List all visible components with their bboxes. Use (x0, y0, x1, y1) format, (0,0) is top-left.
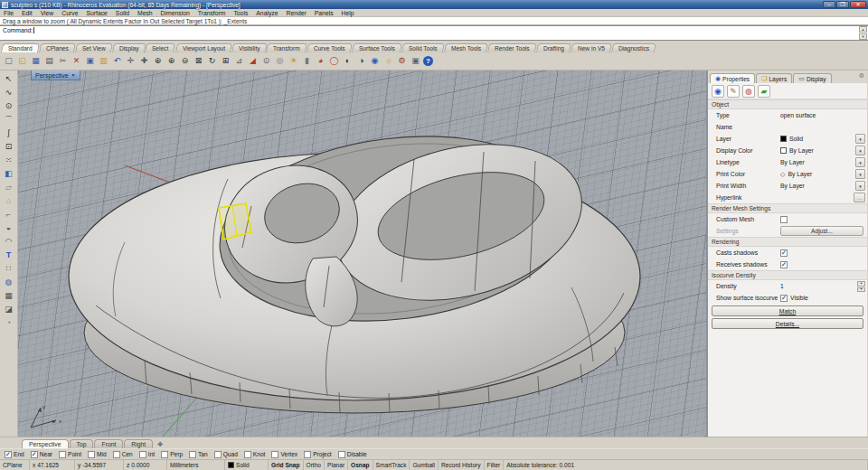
osnap-knot[interactable]: Knot (244, 451, 266, 458)
osnap-end-checkbox[interactable] (5, 451, 12, 458)
row-custom-mesh[interactable]: Custom Mesh (708, 213, 867, 225)
osnap-int[interactable]: Int (139, 451, 155, 458)
solid-box-icon[interactable]: ◧ (2, 168, 15, 180)
paste-icon[interactable]: ▥ (98, 54, 109, 68)
viewport-tab-front[interactable]: Front (94, 439, 123, 448)
osnap-quad[interactable]: Quad (214, 451, 238, 458)
status-toggle-gumball[interactable]: Gumball (410, 460, 439, 470)
osnap-project[interactable]: Project (304, 451, 332, 458)
point-tool-icon[interactable]: ⊡ (2, 141, 15, 153)
circle-deform-icon[interactable]: ◔ (2, 317, 15, 329)
object-snap-icon[interactable]: ⊙ (260, 54, 272, 68)
joint-tool-icon[interactable]: ⌐ (2, 209, 15, 221)
osnap-knot-checkbox[interactable] (244, 451, 251, 458)
toolbar-tab-visibility[interactable]: Visibility (231, 43, 268, 52)
viewport-title-tab[interactable]: Perspective ▼ (31, 70, 80, 80)
copy-icon[interactable]: ▣ (84, 54, 96, 68)
toolbar-tab-display[interactable]: Display (112, 43, 146, 52)
circle-tool-icon[interactable]: ⊙ (2, 100, 15, 112)
viewport-tab-top[interactable]: Top (70, 439, 94, 448)
details-button[interactable]: Details... (712, 318, 863, 329)
light-icon[interactable]: ☀ (288, 54, 299, 68)
linetype-dropdown-button[interactable] (855, 157, 865, 167)
cplane-icon[interactable]: ⊿ (233, 54, 245, 68)
toolbar-tab-standard[interactable]: Standard (1, 43, 40, 52)
casts-shadows-checkbox[interactable] (780, 249, 788, 257)
menu-tools[interactable]: Tools (233, 10, 248, 16)
row-linetype[interactable]: Linetype By Layer (708, 156, 867, 168)
osnap-quad-checkbox[interactable] (214, 451, 222, 458)
status-toggle-grid-snap[interactable]: Grid Snap (269, 460, 304, 470)
osnap-end[interactable]: End (5, 451, 24, 458)
text-tool-icon[interactable]: T (2, 249, 15, 261)
osnap-near-checkbox[interactable] (31, 451, 38, 458)
zoom-selected-icon[interactable]: ⊖ (179, 54, 191, 68)
row-density[interactable]: Density 1 ▲▼ (708, 280, 867, 292)
new-viewport-tab-icon[interactable]: ✥ (154, 441, 166, 448)
show-isocurve-checkbox[interactable] (780, 295, 788, 302)
row-name[interactable]: Name (708, 121, 867, 133)
shaded-display-icon[interactable]: ◕ (315, 54, 326, 68)
osnap-int-checkbox[interactable] (139, 451, 146, 458)
row-print-color[interactable]: Print Color ◇By Layer (708, 168, 867, 180)
render-icon[interactable]: ◯ (328, 54, 340, 68)
viewport-menu-arrow-icon[interactable]: ▼ (71, 72, 76, 78)
osnap-point[interactable]: Point (59, 451, 81, 458)
menu-surface[interactable]: Surface (86, 10, 107, 16)
render-settings-icon[interactable]: ◉ (369, 54, 381, 68)
zoom-dynamic-icon[interactable]: ⊕ (152, 54, 164, 68)
tab-properties[interactable]: ◉ Properties (710, 73, 755, 83)
toolbar-tab-render-tools[interactable]: Render Tools (487, 43, 537, 52)
lock-icon[interactable]: ▮ (301, 54, 313, 68)
row-hyperlink[interactable]: Hyperlink (708, 192, 867, 203)
osnap-tan[interactable]: Tan (189, 451, 208, 458)
move-icon[interactable]: ✚ (138, 54, 150, 68)
toolbar-tab-select[interactable]: Select (145, 43, 175, 52)
surface-tool-icon[interactable]: ▱ (2, 182, 15, 193)
osnap-cen-checkbox[interactable] (113, 451, 120, 458)
open-file-icon[interactable]: ◱ (16, 54, 28, 68)
command-scroll-down-icon[interactable]: ▼ (859, 33, 867, 40)
row-layer[interactable]: Layer Solid (708, 133, 867, 145)
curve-polyline-icon[interactable]: ∿ (2, 87, 15, 99)
tab-display[interactable]: ▭ Display (793, 73, 831, 83)
menu-analyze[interactable]: Analyze (256, 10, 278, 16)
object-properties-icon[interactable]: ◉ (712, 85, 724, 98)
osnap-point-checkbox[interactable] (59, 451, 66, 458)
print-color-dropdown-button[interactable] (855, 169, 865, 179)
density-spinner[interactable]: ▲▼ (857, 281, 865, 291)
toolbar-tab-mesh-tools[interactable]: Mesh Tools (444, 43, 488, 52)
perspective-viewport[interactable]: Perspective ▼ (18, 70, 707, 437)
toolbar-tab-surface-tools[interactable]: Surface Tools (352, 43, 402, 52)
polygon-tool-icon[interactable]: ⌂ (2, 195, 15, 207)
menu-render[interactable]: Render (287, 10, 307, 16)
osnap-disable[interactable]: Disable (338, 451, 367, 458)
osnap-tan-checkbox[interactable] (189, 451, 196, 458)
print-icon[interactable]: ▤ (43, 54, 55, 68)
save-icon[interactable]: ▦ (30, 54, 42, 68)
osnap-perp-checkbox[interactable] (161, 451, 168, 458)
control-points-icon[interactable]: ⁙ (2, 155, 15, 166)
osnap-disable-checkbox[interactable] (338, 451, 345, 458)
menu-transform[interactable]: Transform (198, 10, 226, 16)
hyperlink-browse-button[interactable] (854, 193, 865, 202)
panel-gear-icon[interactable]: ⚙ (859, 72, 864, 80)
tab-layers[interactable]: ❏ Layers (756, 73, 792, 83)
select-arrow-icon[interactable]: ↖ (2, 73, 15, 85)
command-scroll-up-icon[interactable]: ▲ (859, 26, 867, 33)
options-gear-icon[interactable]: ⚙ (396, 54, 408, 68)
mesh-tool-icon[interactable]: ▦ (2, 290, 15, 302)
density-value[interactable]: 1 (780, 283, 784, 289)
statusbar-cplane[interactable]: CPlane (0, 460, 30, 470)
solid-union-icon[interactable]: ◒ (2, 222, 15, 234)
material-icon[interactable]: ✎ (727, 85, 740, 98)
arc-blend-icon[interactable]: ◠ (2, 236, 15, 248)
pan-icon[interactable]: ✛ (125, 54, 137, 68)
menu-mesh[interactable]: Mesh (137, 10, 153, 16)
toolbar-tab-set-view[interactable]: Set View (75, 43, 113, 52)
row-receives-shadows[interactable]: Receives shadows (708, 258, 867, 270)
status-toggle-smarttrack[interactable]: SmartTrack (373, 460, 410, 470)
record-icon[interactable]: ◎ (274, 54, 286, 68)
toolbar-tab-new-in-v5[interactable]: New in V5 (571, 43, 612, 52)
new-file-icon[interactable]: ▢ (3, 54, 14, 68)
